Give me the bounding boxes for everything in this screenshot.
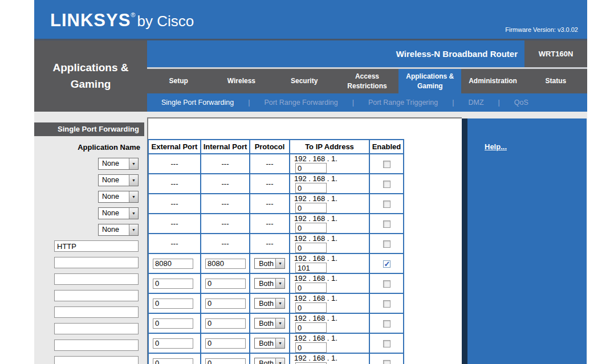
enabled-checkbox[interactable] (383, 360, 391, 364)
logo-brand-text: LINKSYS (50, 10, 131, 30)
ip-last-octet-input[interactable] (295, 302, 327, 313)
external-port-value: --- (171, 239, 178, 248)
protocol-select[interactable]: Both▼ (254, 278, 285, 289)
tab-setup[interactable]: Setup (147, 69, 210, 93)
internal-port-input[interactable] (205, 338, 246, 349)
ip-prefix: 192 . 168 . 1. (294, 234, 337, 243)
application-name-input[interactable] (54, 356, 139, 364)
tab-label: Access Restrictions (338, 72, 396, 90)
ip-prefix: 192 . 168 . 1. (294, 174, 337, 183)
column-header-external-port: External Port (148, 140, 201, 154)
ip-last-octet-input[interactable] (295, 183, 327, 193)
external-port-value: --- (171, 159, 178, 168)
ip-last-octet-input[interactable] (295, 223, 327, 233)
external-port-cell: --- (148, 154, 201, 174)
protocol-select[interactable]: Both▼ (254, 338, 285, 349)
internal-port-input[interactable] (205, 358, 246, 364)
internal-port-cell (201, 353, 250, 364)
ip-address-cell: 192 . 168 . 1. (290, 333, 369, 353)
column-header-internal-port: Internal Port (201, 140, 250, 154)
internal-port-cell: --- (201, 214, 250, 234)
enabled-cell (369, 313, 404, 333)
subnav-item-single-port-forwarding[interactable]: Single Port Forwarding (161, 99, 234, 107)
external-port-input[interactable] (153, 358, 193, 364)
subnav-item-port-range-forwarding[interactable]: Port Range Forwarding (264, 99, 337, 107)
enabled-cell (369, 154, 404, 174)
selected-option-label: Both (255, 259, 275, 268)
column-header-to-ip-address: To IP Address (290, 140, 369, 154)
application-name-input[interactable] (54, 306, 139, 318)
port-forwarding-row: ---------192 . 168 . 1. (148, 154, 404, 174)
internal-port-input[interactable] (205, 279, 246, 289)
application-name-select[interactable]: None▼ (98, 207, 139, 219)
ip-last-octet-input[interactable] (295, 283, 327, 293)
external-port-input[interactable] (153, 318, 193, 329)
ip-last-octet-input[interactable] (295, 263, 327, 273)
subnav-item-qos[interactable]: QoS (514, 99, 528, 107)
ip-address-cell: 192 . 168 . 1. (290, 313, 369, 333)
internal-port-value: --- (222, 239, 229, 248)
protocol-select[interactable]: Both▼ (254, 318, 285, 329)
external-port-cell (148, 353, 201, 364)
dropdown-arrow-icon: ▼ (275, 298, 284, 308)
internal-port-input[interactable] (205, 318, 246, 329)
protocol-select[interactable]: Both▼ (254, 258, 285, 269)
subnav-item-dmz[interactable]: DMZ (468, 99, 483, 107)
dropdown-arrow-icon: ▼ (129, 224, 138, 235)
enabled-checkbox[interactable] (383, 240, 391, 248)
ip-last-octet-input[interactable] (295, 342, 327, 353)
application-name-input[interactable] (54, 290, 139, 301)
tab-label: Security (291, 76, 318, 85)
enabled-checkbox[interactable] (383, 161, 391, 168)
tab-access-restrictions[interactable]: Access Restrictions (336, 69, 398, 93)
linksys-logo: LINKSYS®by Cisco (50, 10, 194, 31)
application-name-select[interactable]: None▼ (98, 224, 139, 236)
router-model-badge: WRT160N (524, 40, 587, 67)
protocol-value: --- (266, 199, 274, 208)
ip-last-octet-input[interactable] (295, 203, 327, 213)
tab-label: Wireless (227, 76, 255, 85)
enabled-checkbox[interactable] (383, 340, 391, 347)
internal-port-input[interactable] (205, 259, 246, 269)
page-title: Applications & Gaming (39, 60, 142, 92)
tab-status[interactable]: Status (524, 69, 587, 93)
protocol-select[interactable]: Both▼ (254, 358, 285, 364)
enabled-checkbox[interactable] (383, 280, 391, 288)
enabled-checkbox[interactable] (383, 201, 391, 208)
application-name-input[interactable] (54, 257, 139, 268)
application-name-input[interactable] (54, 240, 139, 252)
application-name-select[interactable]: None▼ (98, 158, 139, 170)
application-name-select[interactable]: None▼ (98, 191, 139, 203)
external-port-input[interactable] (153, 338, 193, 349)
help-link[interactable]: Help... (485, 142, 507, 151)
tab-security[interactable]: Security (273, 69, 336, 93)
application-name-input[interactable] (54, 323, 139, 334)
application-name-select[interactable]: None▼ (98, 174, 139, 186)
enabled-checkbox[interactable] (383, 320, 391, 328)
dropdown-arrow-icon: ▼ (129, 208, 138, 219)
application-name-input[interactable] (54, 273, 139, 285)
internal-port-cell (201, 313, 250, 333)
ip-last-octet-input[interactable] (295, 322, 327, 333)
enabled-checkbox[interactable] (383, 220, 391, 228)
ip-last-octet-input[interactable] (295, 243, 327, 253)
external-port-input[interactable] (153, 259, 193, 269)
internal-port-cell (201, 253, 250, 273)
enabled-checkbox[interactable] (383, 181, 391, 188)
enabled-checkbox[interactable] (383, 260, 391, 268)
application-name-input[interactable] (54, 340, 139, 351)
internal-port-input[interactable] (205, 298, 246, 309)
enabled-checkbox[interactable] (383, 300, 391, 308)
external-port-input[interactable] (153, 279, 193, 289)
tab-wireless[interactable]: Wireless (210, 69, 272, 93)
external-port-input[interactable] (153, 298, 193, 309)
protocol-select[interactable]: Both▼ (254, 298, 285, 309)
tab-applications-gaming[interactable]: Applications & Gaming (398, 69, 461, 93)
subnav-item-port-range-triggering[interactable]: Port Range Triggering (368, 99, 438, 107)
enabled-cell (369, 353, 404, 364)
enabled-cell (369, 174, 404, 194)
router-name-bar: Wireless-N Broadband Router (147, 40, 524, 67)
ip-last-octet-input[interactable] (295, 163, 327, 173)
tab-administration[interactable]: Administration (461, 69, 524, 93)
dropdown-arrow-icon: ▼ (129, 175, 138, 186)
